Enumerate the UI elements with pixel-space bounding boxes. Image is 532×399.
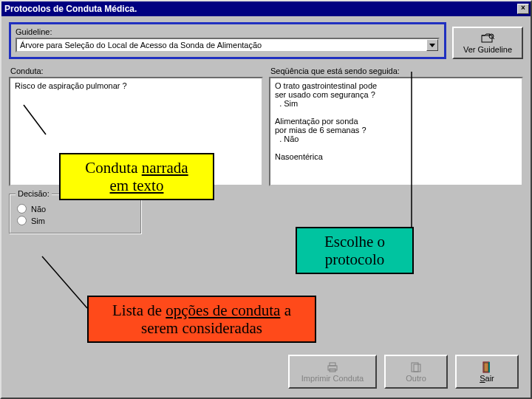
svg-rect-10 bbox=[414, 364, 420, 372]
window-title: Protocolos de Conduta Médica. bbox=[4, 4, 137, 14]
radio-sim-input[interactable] bbox=[17, 216, 27, 225]
svg-rect-0 bbox=[482, 35, 492, 42]
radio-sim-label: Sim bbox=[31, 216, 45, 225]
left-column: Conduta: Risco de aspiração pulmonar ? D… bbox=[9, 65, 263, 234]
exit-icon bbox=[482, 361, 492, 373]
radio-nao-input[interactable] bbox=[17, 204, 27, 214]
sair-button[interactable]: Sair bbox=[455, 355, 519, 389]
imprimir-conduta-button[interactable]: Imprimir Conduta bbox=[288, 355, 377, 389]
printer-icon bbox=[326, 361, 339, 373]
top-row: Guideline: Ver Guideline bbox=[9, 22, 523, 59]
close-button[interactable]: × bbox=[517, 4, 529, 14]
guideline-group: Guideline: bbox=[9, 22, 446, 59]
outro-button[interactable]: Outro bbox=[384, 355, 448, 389]
guideline-input[interactable] bbox=[17, 39, 426, 51]
imprimir-label: Imprimir Conduta bbox=[301, 374, 364, 383]
view-guideline-button[interactable]: Ver Guideline bbox=[452, 27, 523, 59]
titlebar: Protocolos de Conduta Médica. × bbox=[1, 1, 531, 16]
svg-line-2 bbox=[493, 38, 494, 39]
svg-rect-7 bbox=[330, 363, 335, 366]
content-area: Guideline: Ver Guideline Conduta: Risco … bbox=[1, 16, 531, 398]
sequencia-label: Seqüência que está sendo seguida: bbox=[270, 66, 523, 75]
svg-rect-13 bbox=[484, 363, 488, 372]
radio-nao-label: Não bbox=[31, 205, 46, 214]
close-icon: × bbox=[521, 4, 525, 12]
guideline-dropdown-button[interactable] bbox=[426, 39, 438, 51]
conduta-label: Conduta: bbox=[10, 66, 263, 75]
sair-label: Sair bbox=[480, 374, 494, 383]
sequencia-textbox[interactable]: O trato gastrointestinal pode ser usado … bbox=[269, 77, 523, 186]
radio-sim[interactable]: Sim bbox=[17, 216, 134, 225]
view-guideline-label: Ver Guideline bbox=[463, 45, 512, 54]
bottom-buttons: Imprimir Conduta Outro Sair bbox=[288, 355, 519, 389]
chevron-down-icon bbox=[429, 44, 435, 47]
right-column: Seqüência que está sendo seguida: O trat… bbox=[269, 65, 523, 234]
guideline-label: Guideline: bbox=[16, 27, 440, 36]
radio-nao[interactable]: Não bbox=[17, 204, 134, 214]
document-icon bbox=[410, 361, 422, 373]
callout-escolhe-protocolo: Escolhe o protocolo bbox=[296, 227, 414, 274]
folder-icon bbox=[481, 33, 494, 44]
outro-label: Outro bbox=[406, 374, 426, 383]
window: Protocolos de Conduta Médica. × Guidelin… bbox=[0, 0, 532, 399]
guideline-combo[interactable] bbox=[16, 38, 440, 52]
main-row: Conduta: Risco de aspiração pulmonar ? D… bbox=[9, 65, 523, 234]
decisao-legend: Decisão: bbox=[16, 189, 52, 198]
callout-conduta-narrada: Conduta narrada em texto bbox=[59, 153, 214, 200]
svg-line-5 bbox=[42, 256, 87, 308]
callout-lista-opcoes: Lista de opções de conduta a serem consi… bbox=[87, 296, 316, 343]
